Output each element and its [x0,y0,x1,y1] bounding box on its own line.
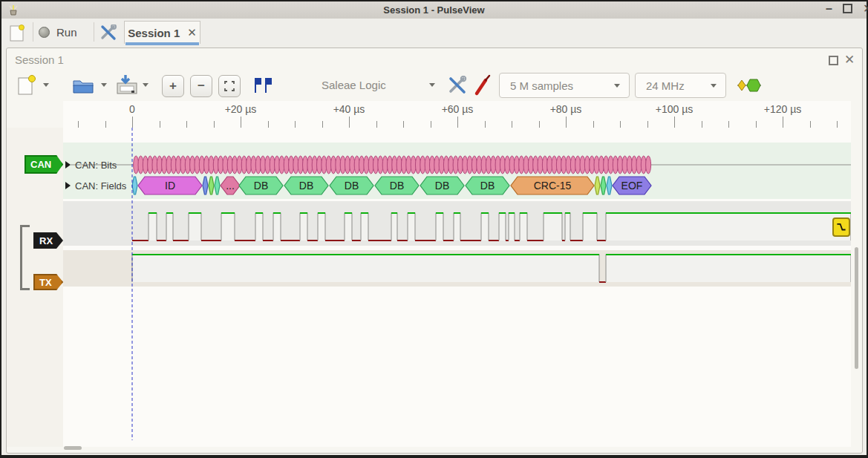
run-button[interactable]: Run [39,22,77,42]
rx-signal-high-fill [520,213,527,241]
window-controls: – ✕ [826,0,868,17]
can-field-annotation [132,177,137,194]
can-field-label: DB [435,180,449,192]
decoder-tag-label: CAN [30,159,51,170]
ruler-minor-tick [837,121,838,128]
expand-bits-icon[interactable] [65,161,71,169]
rx-signal-high-fill [361,213,368,241]
can-field-label: EOF [621,180,643,192]
trigger-marker-badge[interactable] [832,217,850,237]
ruler-minor-tick [756,121,757,128]
ruler-minor-tick [702,121,702,128]
sample-rate-value: 24 MHz [646,79,685,92]
rx-signal-high-fill [408,213,415,241]
falling-edge-icon [836,221,846,233]
channel-tag-tx-label: TX [39,277,52,288]
rx-signal-high-fill [166,213,173,241]
show-cursors-button[interactable] [252,76,273,94]
sample-count-caret-icon [614,84,620,88]
ruler-major-tick [566,117,567,128]
can-field-annotation [595,177,600,194]
can-field-label: DB [480,180,495,192]
add-decoder-button[interactable] [737,78,762,93]
open-file-button[interactable] [71,76,95,95]
rx-signal-high-fill [454,213,460,241]
can-field-annotation [607,177,612,194]
vertical-scrollbar[interactable] [855,247,858,369]
expand-fields-icon[interactable] [65,182,71,189]
rx-signal-high-fill [221,213,235,241]
rx-signal-high-fill [481,213,489,241]
can-field-label: ... [226,180,235,192]
channels-probe-button[interactable] [474,74,492,96]
device-select[interactable]: Saleae Logic [322,79,386,91]
close-button[interactable]: ✕ [863,1,868,16]
tx-signal-high-fill [606,255,851,282]
can-field-label: DB [345,180,359,192]
can-field-label: CRC-15 [534,180,572,192]
device-config-button[interactable] [447,76,468,95]
ruler-minor-tick [403,121,404,128]
sample-count-select[interactable]: 5 M samples [499,73,630,98]
channel-group-bracket[interactable] [20,225,30,290]
rx-signal-high-fill [273,213,281,241]
rx-signal-high-fill [583,213,597,241]
ruler-time-label: +100 µs [641,103,708,115]
ruler-minor-tick [268,121,269,128]
rx-signal-high-fill [391,213,397,241]
row-label-can-bits[interactable]: CAN: Bits [75,160,117,171]
device-select-dropdown[interactable] [429,83,435,87]
new-session-button[interactable] [7,24,27,43]
toolbar-separator [94,22,94,42]
tab-close-icon[interactable]: ✕ [187,26,197,39]
ruler-time-label: +40 µs [316,103,382,115]
new-file-button[interactable] [16,74,37,96]
ruler-minor-tick [647,121,648,128]
rx-signal-high-fill [565,213,570,241]
panel-close-button[interactable]: ✕ [844,52,855,68]
ruler-minor-tick [539,121,540,128]
zoom-fit-icon [224,81,235,91]
horizontal-scrollbar[interactable] [64,446,82,450]
panel-restore-button[interactable] [829,56,838,65]
sample-rate-select[interactable]: 24 MHz [635,73,726,98]
rx-signal-high-fill [499,213,506,241]
open-file-dropdown[interactable] [101,83,107,87]
decoder-tag-can[interactable]: CAN [25,155,63,174]
ruler-time-label: +120 µs [749,103,816,115]
tx-signal-high-fill [132,255,599,282]
save-button[interactable] [115,73,139,97]
ruler-time-label: 0 [99,103,166,115]
ruler-minor-tick [376,121,377,128]
zoom-in-icon: + [169,79,177,94]
minimize-button[interactable]: – [826,2,832,16]
tab-session-1[interactable]: Session 1 ✕ [124,21,200,44]
rx-signal-high-fill [318,213,325,241]
zoom-out-icon: − [198,79,205,94]
can-field-annotation [209,177,214,194]
session-panel-title: Session 1 [15,53,64,66]
trace-canvas[interactable]: ID...DBDBDBDBDBDBCRC-15EOF [63,128,851,445]
ruler-minor-tick [728,121,729,128]
sample-count-value: 5 M samples [510,79,573,92]
zoom-in-button[interactable]: + [162,75,184,97]
zoom-out-button[interactable]: − [190,75,212,97]
ruler-minor-tick [512,121,512,128]
ruler-major-tick [457,117,458,128]
toolbar-separator [33,22,33,42]
maximize-button[interactable] [843,4,852,13]
ruler-minor-tick [485,121,486,128]
zoom-fit-button[interactable] [218,75,241,97]
rx-signal-high-fill [544,213,562,241]
rx-signal-high-fill [300,213,307,241]
new-file-dropdown[interactable] [43,83,49,87]
title-bar: Session 1 - PulseView [1,1,867,19]
save-dropdown[interactable] [143,83,149,87]
row-label-can-fields[interactable]: CAN: Fields [75,180,126,192]
ruler-minor-tick [431,121,431,128]
ruler-minor-tick [810,121,811,128]
rx-signal-high-fill [189,213,201,241]
settings-wrench-icon[interactable] [99,24,117,41]
ruler-major-tick [783,117,783,128]
ruler-minor-tick [322,121,323,128]
